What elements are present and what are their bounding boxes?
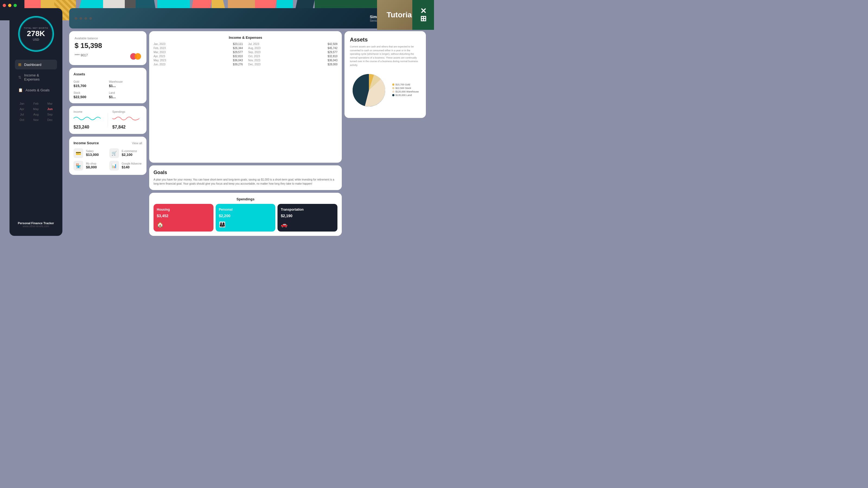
cal-aug[interactable]: Aug	[32, 112, 40, 117]
shop-amount: $8,000	[86, 165, 97, 169]
cal-nov[interactable]: Nov	[32, 118, 40, 122]
spendings-section: Spendings $7,842	[112, 110, 142, 130]
month-amount: $23,111	[233, 42, 243, 45]
month-label: Jan, 2023	[154, 42, 165, 45]
assets-grid: Gold $15,700 Warehouse $1... Stock $22,5…	[73, 79, 142, 99]
cal-feb[interactable]: Feb	[32, 101, 40, 106]
monthly-mar: Mar, 2023 $29,577	[154, 51, 243, 54]
salary-label: Salary	[86, 150, 99, 153]
sidebar-item-label: Dashboard	[24, 63, 41, 67]
month-amount: $28,000	[328, 63, 337, 66]
source-salary: 💳 Salary $13,000	[73, 148, 106, 158]
spending-transport: Transportation $2,190 🚗	[278, 204, 337, 231]
card-icons	[130, 53, 141, 60]
income-icon: ⇅	[18, 75, 22, 79]
ecommerce-amount: $2,100	[122, 153, 137, 157]
cal-apr[interactable]: Apr	[18, 107, 26, 111]
cal-jan[interactable]: Jan	[18, 101, 26, 106]
right-column: Assets Current assets are cash and other…	[344, 31, 426, 236]
spending-housing: Housing $3,452 🏠	[154, 204, 214, 231]
month-amount: $45,742	[328, 46, 337, 50]
cal-oct[interactable]: Oct	[18, 118, 26, 122]
top-bar: Simon K. Jimmy Senior Financial Analysit…	[69, 8, 426, 29]
legend-land: $135,000 Land	[392, 94, 419, 97]
home-icon: 🏠	[157, 221, 163, 228]
income-label: Income	[73, 110, 103, 113]
month-label: Apr, 2023	[154, 55, 165, 58]
asset-land-value: $1...	[109, 95, 143, 99]
nav-dot	[89, 17, 92, 20]
spending-personal: Personal $2,200 👨‍👩‍👧	[216, 204, 276, 231]
middle-column: Income & Expenses Jan, 2023 $23,111 Jul,…	[149, 31, 342, 236]
cal-jul[interactable]: Jul	[18, 112, 26, 117]
sidebar-item-assets-goals[interactable]: 📋 Assets & Goals	[15, 85, 57, 95]
shop-icon: 🏪	[73, 161, 83, 170]
monthly-oct: Oct, 2023 $32,810	[248, 55, 337, 58]
close-dot[interactable]	[3, 4, 6, 7]
monthly-may: May, 2023 $36,043	[154, 59, 243, 62]
asset-stock-value: $22,500	[73, 95, 107, 99]
main-content: Simon K. Jimmy Senior Financial Analysit…	[69, 8, 426, 236]
nav-items: ⊞ Dashboard ⇅ Income & Expenses 📋 Assets…	[15, 60, 57, 96]
monthly-jul: Jul, 2023 $42,509	[248, 42, 337, 46]
sidebar-item-income-expenses[interactable]: ⇅ Income & Expenses	[15, 70, 57, 84]
window-chrome	[3, 3, 27, 8]
income-source-card: Income Source View all 💳 Salary $13,000 …	[69, 137, 147, 175]
gold-dot	[392, 84, 394, 86]
month-label: Mar, 2023	[154, 51, 165, 54]
housing-amount: $3,452	[157, 214, 168, 218]
gold-legend-label: $15,700 Gold	[396, 83, 410, 86]
month-amount: $26,344	[233, 46, 243, 50]
land-dot	[392, 94, 394, 96]
view-all-button[interactable]: View all	[132, 141, 142, 145]
month-label: May, 2023	[154, 59, 166, 62]
car-icon: 🚗	[281, 221, 287, 228]
salary-info: Salary $13,000	[86, 150, 99, 157]
assets-icon: 📋	[18, 88, 23, 92]
nav-dots	[74, 17, 92, 20]
cal-jun[interactable]: Jun	[46, 107, 54, 111]
asset-land-label: Land	[109, 91, 115, 94]
monthly-jan: Jan, 2023 $23,111	[154, 42, 243, 46]
month-label: Sep, 2023	[248, 51, 261, 54]
asset-warehouse-label: Warehouse	[109, 80, 123, 83]
pie-chart	[350, 71, 388, 109]
card-number: **** 9017	[74, 54, 88, 57]
sidebar-footer: Personal Finance Tracker www.other-level…	[18, 222, 54, 228]
asset-stock: Stock $22,500	[73, 90, 107, 99]
month-amount: $32,810	[328, 55, 337, 58]
ecommerce-icon: 🛒	[109, 148, 119, 158]
income-section: Income $23,240	[73, 110, 103, 130]
net-worth-amount: 278K	[27, 29, 45, 38]
adsense-label: Google Adsecne	[122, 162, 142, 165]
legend-gold: $15,700 Gold	[392, 83, 419, 86]
net-worth-label: TOTAL NET WORTH	[24, 27, 48, 29]
spendings-section: Spendings Housing $3,452 🏠 Personal $2,2…	[149, 193, 342, 236]
cal-sep[interactable]: Sep	[46, 112, 54, 117]
pie-legend: $15,700 Gold $22,500 Stock $120,000 Ware…	[392, 83, 419, 97]
balance-label: Available balance	[74, 37, 141, 40]
pie-container: $15,700 Gold $22,500 Stock $120,000 Ware…	[350, 71, 421, 109]
cal-dec[interactable]: Dec	[46, 118, 54, 122]
month-label: Jul, 2023	[248, 42, 259, 45]
sidebar-item-dashboard[interactable]: ⊞ Dashboard	[15, 60, 57, 69]
monthly-apr: Apr, 2023 $32,810	[154, 55, 243, 58]
balance-card: Available balance $ 15,398 **** 9017	[69, 31, 147, 65]
family-icon: 👨‍👩‍👧	[219, 221, 226, 228]
monthly-jun: Jun, 2023 $39,276	[154, 63, 243, 66]
footer-sub: www.other-levels.com	[18, 225, 54, 228]
shop-label: My shop	[86, 162, 97, 165]
cal-mar[interactable]: Mar	[46, 101, 54, 106]
footer-title: Personal Finance Tracker	[18, 222, 54, 225]
cal-may[interactable]: May	[32, 107, 40, 111]
assets-detail-card: Assets Current assets are cash and other…	[344, 31, 426, 118]
assets-detail-desc: Current assets are cash and others that …	[350, 45, 421, 67]
minimize-dot[interactable]	[8, 4, 11, 7]
maximize-dot[interactable]	[13, 4, 17, 7]
month-label: Aug, 2023	[248, 46, 261, 50]
income-source-header: Income Source View all	[73, 141, 142, 145]
asset-gold-value: $15,700	[73, 84, 107, 88]
asset-gold: Gold $15,700	[73, 79, 107, 88]
stock-dot	[392, 87, 394, 89]
assets-mini-card: Assets Gold $15,700 Warehouse $1... Stoc…	[69, 68, 147, 103]
